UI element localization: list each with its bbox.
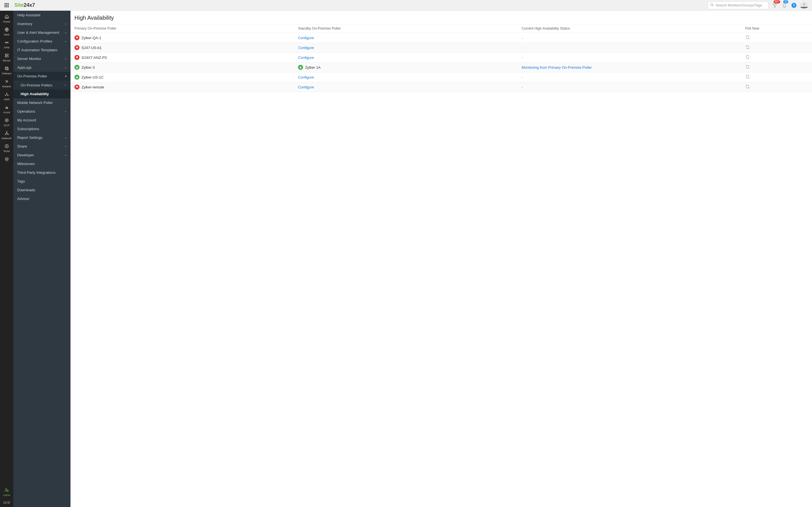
top-header: Site24x7 99+ 16 ? <box>0 0 392 11</box>
sidebar-item-label: AppLogs <box>17 65 32 69</box>
svg-point-24 <box>5 95 6 96</box>
logo-part2: 24x7 <box>24 2 35 8</box>
sidebar-item-configuration-profiles[interactable]: Configuration Profiles <box>13 37 70 46</box>
rail-label: Home <box>3 20 10 23</box>
sidebar-item-third-party-integrations[interactable]: Third-Party Integrations <box>13 168 70 177</box>
sidebar-item-label: Share <box>17 144 27 149</box>
rail-item-rum[interactable]: RUM <box>0 142 13 155</box>
sidebar-subitem-on-premise-pollers[interactable]: On-Premise Pollers+ <box>13 80 70 90</box>
sidebar-item-label: Tags <box>17 179 25 183</box>
status-down-icon <box>74 35 80 40</box>
sidebar-item-label: On-Premise Poller <box>17 74 47 78</box>
svg-rect-22 <box>6 68 8 70</box>
gcp-icon <box>4 118 9 123</box>
table-row: Zylker-remoteConfigure- <box>70 82 392 92</box>
primary-poller: Zylker-3 <box>74 65 95 70</box>
sidebar-item-subscriptions[interactable]: Subscriptions <box>13 124 70 133</box>
rail-label: RUM <box>4 150 10 153</box>
sidebar-item-downloads[interactable]: Downloads <box>13 186 70 194</box>
svg-point-30 <box>6 133 7 134</box>
apps-grid-icon[interactable] <box>0 0 13 11</box>
azure-icon <box>4 105 9 110</box>
rail-item-web[interactable]: Web <box>0 25 13 38</box>
sidebar-item-advisor[interactable]: Advisor <box>13 194 70 203</box>
primary-name: Zylker-US-1C <box>82 75 104 79</box>
sidebar-item-help-assistant[interactable]: Help Assistant <box>13 11 70 19</box>
rail-item-nutanix[interactable]: Nutanix <box>0 77 13 90</box>
configure-link[interactable]: Configure <box>298 75 314 79</box>
svg-point-23 <box>6 93 7 94</box>
status-down-icon <box>74 55 80 60</box>
rail-item-home[interactable]: Home <box>0 12 13 25</box>
sidebar-item-mobile-network-poller[interactable]: Mobile Network Poller <box>13 98 70 107</box>
add-icon[interactable]: + <box>64 83 66 87</box>
sidebar-subitem-label: On-Premise Pollers <box>20 83 52 87</box>
sidebar-item-applogs[interactable]: AppLogs <box>13 63 70 72</box>
configure-link[interactable]: Configure <box>298 85 314 89</box>
svg-rect-4 <box>6 5 7 6</box>
sidebar-item-label: Milestones <box>17 162 35 166</box>
sidebar-item-milestones[interactable]: Milestones <box>13 159 70 168</box>
sidebar-item-label: Third-Party Integrations <box>17 170 56 175</box>
sidebar-item-developer[interactable]: Developer <box>13 151 70 159</box>
stack-icon <box>4 157 9 162</box>
home-icon <box>4 14 9 19</box>
sidebar-item-label: Mobile Network Poller <box>17 101 53 105</box>
rail-item-vmware[interactable]: VMware <box>0 64 13 77</box>
configure-link[interactable]: Configure <box>298 55 314 60</box>
sidebar-item-on-premise-poller[interactable]: On-Premise Poller <box>13 72 70 80</box>
sidebar-item-label: Help Assistant <box>17 13 40 17</box>
svg-point-27 <box>6 131 7 132</box>
server-icon <box>4 53 9 58</box>
rail-label: AWS <box>4 98 10 101</box>
nutanix-icon <box>4 79 9 84</box>
rail-item-server[interactable]: Server <box>0 51 13 64</box>
sidebar-item-it-automation-templates[interactable]: IT Automation Templates <box>13 46 70 54</box>
rail-item-apm[interactable]: APM <box>0 38 13 51</box>
sidebar-item-label: Developer <box>17 153 34 157</box>
apm-icon <box>4 40 9 45</box>
page-title: High Availability <box>70 11 392 24</box>
rail-item-stack[interactable] <box>0 155 13 164</box>
configure-link[interactable]: Configure <box>298 46 314 50</box>
sidebar-item-label: IT Automation Templates <box>17 48 57 52</box>
status-down-icon <box>74 84 80 90</box>
table-row: Zylker-3Zylker 1AMonitoring from Primary… <box>70 62 392 72</box>
svg-rect-3 <box>4 5 6 6</box>
rail-item-aws[interactable]: AWS <box>0 90 13 103</box>
svg-rect-6 <box>4 6 6 7</box>
sidebar-item-inventory[interactable]: Inventory <box>13 19 70 28</box>
rail-item-gcp[interactable]: GCP <box>0 116 13 129</box>
rail-label: GCP <box>4 124 10 127</box>
sidebar-item-operations[interactable]: Operations <box>13 107 70 116</box>
sidebar-item-report-settings[interactable]: Report Settings <box>13 133 70 142</box>
sidebar-item-label: Advisor <box>17 196 29 201</box>
sidebar-item-server-monitor[interactable]: Server Monitor <box>13 54 70 63</box>
sidebar-item-tags[interactable]: Tags <box>13 177 70 186</box>
aws-icon <box>4 92 9 97</box>
table-row: Zylker-US-1CConfigure- <box>70 72 392 82</box>
svg-rect-2 <box>8 3 9 4</box>
sidebar-item-user-alert-management[interactable]: User & Alert Management <box>13 28 70 37</box>
logo[interactable]: Site24x7 <box>14 2 35 8</box>
sidebar-subitem-high-availability[interactable]: High Availability <box>13 90 70 98</box>
sidebar-item-share[interactable]: Share <box>13 142 70 151</box>
primary-poller: Zylker-QA-1 <box>74 35 101 40</box>
status-up-icon <box>74 65 80 70</box>
rail-item-azure[interactable]: Azure <box>0 103 13 116</box>
configure-link[interactable]: Configure <box>298 36 314 40</box>
primary-name: Zylker-QA-1 <box>82 36 101 40</box>
primary-poller: Zylker-remote <box>74 84 104 90</box>
table-row: Zylker-QA-1Configure- <box>70 33 392 43</box>
col-standby: Standby On-Premise Poller <box>294 24 392 33</box>
sidebar-item-label: Subscriptions <box>17 127 39 131</box>
sidebar-item-label: Operations <box>17 109 35 114</box>
primary-name: Zylker-remote <box>82 85 104 89</box>
sidebar-subitem-label: High Availability <box>20 92 49 96</box>
rail-item-network[interactable]: Network <box>0 129 13 142</box>
rail-label: Server <box>3 59 11 62</box>
standby-name: Zylker 1A <box>305 65 320 69</box>
sidebar-item-my-account[interactable]: My Account <box>13 116 70 124</box>
table-row: S24X7-ANZ-P3Configure- <box>70 53 392 62</box>
svg-point-25 <box>7 95 8 96</box>
